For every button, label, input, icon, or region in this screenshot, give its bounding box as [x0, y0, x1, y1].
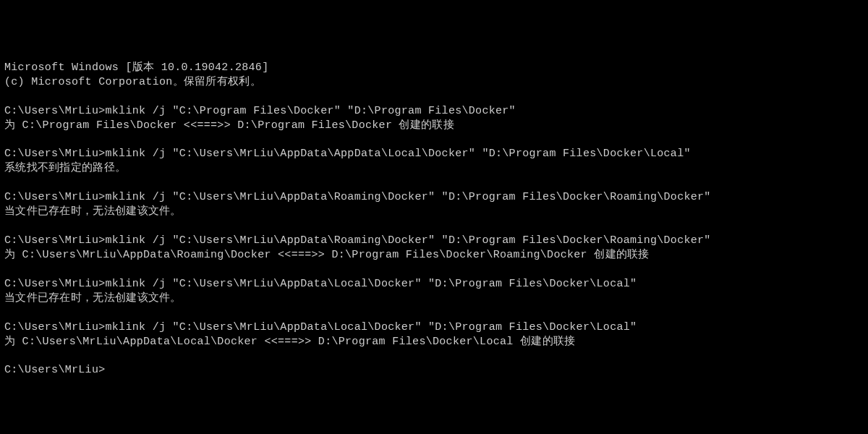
- terminal-line: [4, 306, 864, 320]
- terminal-line: [4, 219, 864, 234]
- terminal-line: [4, 263, 864, 277]
- terminal-line: [4, 90, 864, 104]
- terminal-line: C:\Users\MrLiu>mklink /j "C:\Users\MrLiu…: [4, 277, 864, 292]
- terminal-line: C:\Users\MrLiu>mklink /j "C:\Users\MrLiu…: [4, 320, 864, 335]
- terminal-line: C:\Users\MrLiu>mklink /j "C:\Users\MrLiu…: [4, 190, 864, 205]
- terminal-line: Microsoft Windows [版本 10.0.19042.2846]: [4, 61, 864, 75]
- terminal-line: 为 C:\Users\MrLiu\AppData\Local\Docker <<…: [4, 335, 864, 349]
- terminal-line: C:\Users\MrLiu>mklink /j "C:\Users\MrLiu…: [4, 147, 864, 161]
- terminal-line: 当文件已存在时，无法创建该文件。: [4, 205, 864, 219]
- terminal-line: [4, 132, 864, 147]
- terminal-line: 当文件已存在时，无法创建该文件。: [4, 292, 864, 306]
- terminal-line: C:\Users\MrLiu>mklink /j "C:\Users\MrLiu…: [4, 234, 864, 248]
- terminal-line: C:\Users\MrLiu>: [4, 363, 864, 378]
- terminal-line: 为 C:\Users\MrLiu\AppData\Roaming\Docker …: [4, 248, 864, 263]
- terminal-line: C:\Users\MrLiu>mklink /j "C:\Program Fil…: [4, 104, 864, 119]
- terminal-line: 为 C:\Program Files\Docker <<===>> D:\Pro…: [4, 119, 864, 133]
- terminal-line: [4, 176, 864, 190]
- terminal-line: 系统找不到指定的路径。: [4, 161, 864, 176]
- terminal-line: [4, 349, 864, 364]
- terminal-output[interactable]: Microsoft Windows [版本 10.0.19042.2846](c…: [4, 61, 864, 378]
- terminal-line: (c) Microsoft Corporation。保留所有权利。: [4, 75, 864, 90]
